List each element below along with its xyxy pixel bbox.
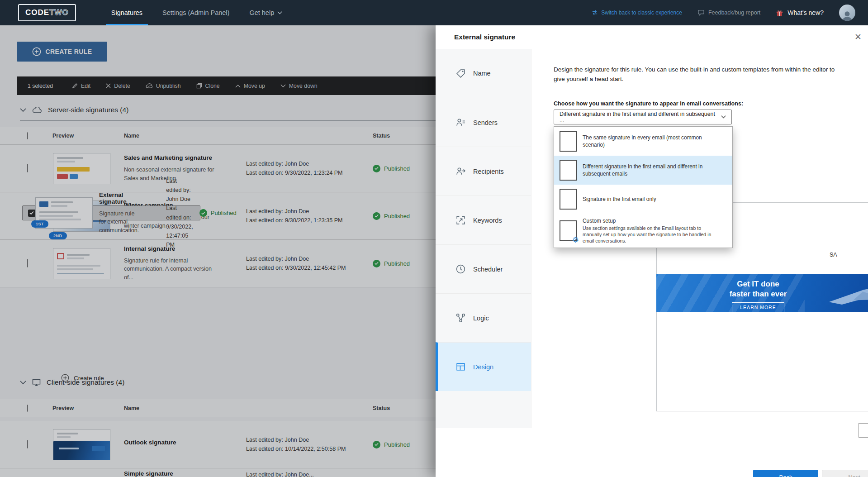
signature-name: External signature (99, 191, 139, 205)
chevron-down-icon (20, 108, 26, 112)
published-check-icon (373, 260, 380, 267)
table-row-external-signature[interactable]: 1ST 2ND External signature Signature rul… (22, 205, 200, 220)
signature-name: Sales and Marketing signature (124, 154, 219, 161)
row-checkbox-checked[interactable] (28, 210, 35, 217)
last-edited-by: Last edited by: John Doe (166, 176, 193, 204)
close-icon[interactable]: ✕ (854, 32, 862, 42)
custom-setup-icon: ⚙ (560, 220, 577, 241)
logo-part-code: CODE (25, 8, 49, 17)
move-down-action[interactable]: Move down (273, 76, 325, 95)
sidebar-item-label: Recipients (473, 168, 504, 175)
option-same-signature[interactable]: The same signature in every email (most … (554, 127, 732, 156)
unpublish-action[interactable]: Unpublish (138, 76, 189, 95)
next-button[interactable]: Next (822, 470, 868, 477)
sidebar-item-logic[interactable]: Logic (436, 293, 531, 342)
sidebar-item-label: Design (473, 363, 493, 371)
move-down-action-label: Move down (289, 83, 318, 89)
chevron-down-icon (721, 115, 726, 119)
sidebar-item-design[interactable]: Design (436, 342, 531, 391)
published-check-icon (373, 212, 380, 220)
nav-tab-signatures[interactable]: Signatures (101, 0, 152, 25)
conversation-mode-select[interactable]: Different signature in the first email a… (554, 110, 732, 124)
layout-icon (455, 362, 466, 372)
selection-toolbar: 1 selected Edit Delete Unpublish Clone M… (17, 76, 436, 95)
sidebar-item-label: Keywords (473, 217, 502, 224)
first-email-badge: 1ST (31, 220, 48, 228)
conversation-mode-dropdown: The same signature in every email (most … (554, 126, 733, 248)
signature-thumbnail (53, 429, 110, 460)
cloud-icon (32, 107, 42, 114)
table-row-sales-marketing[interactable]: Sales and Marketing signature Non-season… (0, 145, 436, 192)
user-avatar[interactable] (839, 5, 855, 21)
select-all-checkbox[interactable] (27, 405, 28, 412)
sidebar-item-label: Logic (473, 315, 489, 322)
codetwo-logo[interactable]: CODETWO (18, 4, 76, 21)
last-edited-on: Last edited on: 9/30/2022, 1:23:35 PM (246, 216, 366, 225)
sidebar-item-senders[interactable]: Senders (436, 98, 531, 147)
signature-name: Simple signature (124, 470, 219, 477)
table-row-outlook-signature[interactable]: Outlook signature Last edited by: John D… (0, 421, 436, 468)
select-all-checkbox[interactable] (27, 132, 28, 139)
column-name: Name (118, 133, 240, 139)
published-check-icon (199, 209, 207, 217)
sidebar-item-keywords[interactable]: Keywords (436, 196, 531, 244)
banner-line2: faster than ever (706, 289, 810, 299)
option-label: Signature in the first email only (583, 196, 718, 203)
status-badge: Published (384, 165, 410, 172)
delete-action[interactable]: Delete (98, 76, 138, 95)
banner-text: Get IT done faster than ever LEARN MORE (706, 279, 810, 312)
feedback-link[interactable]: Feedback/bug report (697, 10, 760, 16)
back-button[interactable]: Back (753, 470, 818, 477)
sidebar-item-label: Name (473, 70, 491, 77)
server-side-section-header[interactable]: Server-side signatures (4) (20, 100, 436, 121)
client-side-section-header[interactable]: Client-side signatures (4) (20, 372, 436, 393)
signature-thumbnail (53, 248, 110, 279)
edit-action[interactable]: Edit (64, 76, 98, 95)
clock-icon (455, 264, 466, 274)
status-badge: Published (211, 210, 237, 216)
row-checkbox[interactable] (27, 440, 28, 448)
move-up-action[interactable]: Move up (228, 76, 273, 95)
preview-promo-banner: Get IT done faster than ever LEARN MORE (656, 274, 868, 312)
sidebar-item-name[interactable]: Name (436, 49, 531, 98)
nav-tab-get-help-label: Get help (249, 9, 274, 16)
switch-classic-link[interactable]: Switch back to classic experience (592, 10, 682, 16)
edit-action-label: Edit (81, 83, 90, 89)
last-edited-by: Last edited by: John Doe (246, 159, 366, 168)
first-email-only-icon (560, 189, 577, 210)
subsequent-email-badge: 2ND (49, 232, 67, 239)
speech-bubble-icon (697, 10, 705, 16)
monitor-icon (32, 379, 41, 386)
last-edited-by: Last edited by: John Doe (246, 254, 366, 263)
last-edited-on: Last edited on: 10/14/2022, 2:50:58 PM (246, 444, 366, 453)
sidebar-item-scheduler[interactable]: Scheduler (436, 244, 531, 293)
nav-tab-get-help[interactable]: Get help (239, 0, 292, 25)
sidebar-item-recipients[interactable]: Recipients (436, 147, 531, 196)
signature-thumbnail (53, 153, 110, 184)
clone-action-label: Clone (205, 83, 220, 89)
dialog-title: External signature (454, 33, 515, 41)
table-row-internal-signature[interactable]: Internal signature Signature rule for in… (0, 240, 436, 287)
create-rule-button[interactable]: CREATE RULE (17, 42, 107, 62)
edit-signature-button[interactable]: Edit signature... (858, 423, 868, 438)
row-checkbox[interactable] (27, 259, 28, 267)
delete-action-label: Delete (114, 83, 130, 89)
select-value: Different signature in the first email a… (560, 111, 721, 124)
chevron-up-icon (235, 84, 241, 88)
option-label: Different signature in the first email a… (583, 163, 718, 177)
last-edited-on: Last edited on: 9/30/2022, 12:45:42 PM (246, 263, 366, 272)
whats-new-link[interactable]: What's new? (776, 9, 824, 17)
column-name: Name (118, 405, 240, 411)
column-status: Status (366, 405, 436, 411)
pencil-icon (72, 83, 78, 89)
table-row-simple-signature[interactable]: Simple signature Last edited by: John Do… (0, 468, 436, 477)
nav-tab-settings[interactable]: Settings (Admin Panel) (152, 0, 239, 25)
option-first-email-only[interactable]: Signature in the first email only (554, 185, 732, 214)
status-badge: Published (384, 441, 410, 448)
sidebar-item-label: Senders (473, 119, 498, 126)
clone-action[interactable]: Clone (189, 76, 228, 95)
plus-circle-icon (32, 47, 41, 56)
option-custom-setup[interactable]: ⚙ Custom setup Use section settings avai… (554, 214, 732, 248)
row-checkbox[interactable] (27, 164, 28, 172)
option-different-signature[interactable]: Different signature in the first email a… (554, 156, 732, 185)
